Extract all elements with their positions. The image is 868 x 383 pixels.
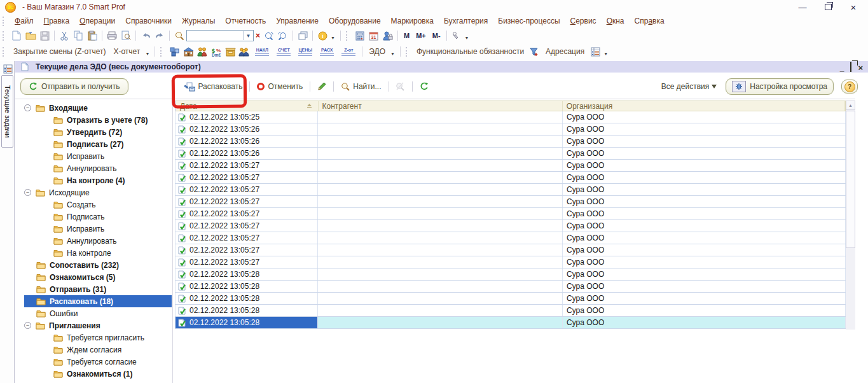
print-icon[interactable] [105,29,119,42]
tree-item[interactable]: Аннулировать [24,162,172,174]
cell-organization[interactable]: Сура ООО [563,208,846,219]
menu-item[interactable]: Управление [271,15,324,27]
cell-organization[interactable]: Сура ООО [563,172,846,183]
table-row[interactable]: 02.12.2022 13:05:26Сура ООО [175,148,846,160]
invoice-note-icon[interactable]: НАКЛ [252,48,272,56]
memory-minus-button[interactable]: M- [429,32,444,39]
table-row[interactable]: 02.12.2022 13:05:27Сура ООО [175,172,846,184]
table-row[interactable]: 02.12.2022 13:05:27Сура ООО [175,232,846,244]
tree-expander-icon[interactable]: − [24,189,31,196]
search-combobox[interactable]: ▼ [186,30,254,41]
user-permissions-icon[interactable] [381,29,395,42]
tree-item[interactable]: Подписать [24,211,172,223]
cell-organization[interactable]: Сура ООО [563,268,846,280]
tree-expander-icon[interactable]: − [24,104,31,111]
tree-item[interactable]: Аннулировать [24,235,172,247]
column-header-counterparty[interactable]: Контрагент [319,101,563,111]
table-row[interactable]: 02.12.2022 13:05:25Сура ООО [175,111,846,123]
table-vertical-scrollbar[interactable]: ▲ [846,101,855,330]
menu-item[interactable]: Файл [10,15,39,27]
service-settings-icon[interactable] [450,29,464,42]
cell-organization[interactable]: Сура ООО [563,148,846,159]
restore-icon[interactable] [823,3,832,11]
cell-counterparty[interactable] [318,256,563,268]
find-previous-icon[interactable] [276,29,290,42]
all-actions-button[interactable]: Все действия [661,82,717,91]
cell-date[interactable]: 02.12.2022 13:05:27 [175,232,318,244]
addressing-dropdown-icon[interactable]: ▼ [603,52,608,56]
tree-item[interactable]: Отразить в учете (78) [24,114,172,126]
account-icon[interactable]: СЧЕТ [274,48,293,56]
window-list-icon[interactable] [296,29,310,42]
table-row[interactable]: 02.12.2022 13:05:28Сура ООО [175,281,846,293]
cell-organization[interactable]: Сура ООО [563,184,846,195]
cell-counterparty[interactable] [318,220,563,232]
table-row[interactable]: 02.12.2022 13:05:27Сура ООО [175,184,846,196]
calendar-icon[interactable]: 31 [367,29,381,42]
view-settings-button[interactable]: Настройка просмотра [726,78,834,95]
expense-icon[interactable]: РАСХ [317,48,336,56]
cell-counterparty[interactable] [318,317,563,328]
staff-group-icon[interactable] [237,45,251,58]
tree-item[interactable]: На контроле [24,247,172,259]
table-row[interactable]: 02.12.2022 13:05:26Сура ООО [175,136,846,148]
child-restore-icon[interactable] [850,62,851,71]
refresh-list-icon[interactable] [417,80,431,93]
cell-organization[interactable]: Сура ООО [563,305,846,316]
memory-plus-button[interactable]: M+ [413,32,429,39]
cell-counterparty[interactable] [318,172,563,183]
cell-date[interactable]: 02.12.2022 13:05:27 [175,196,318,207]
help-button[interactable]: ? [841,80,858,94]
cell-date[interactable]: 02.12.2022 13:05:27 [175,208,318,219]
archive-box-icon[interactable] [223,45,237,58]
cell-organization[interactable]: Сура ООО [563,232,846,244]
redo-icon[interactable] [153,29,167,42]
table-row[interactable]: 02.12.2022 13:05:26Сура ООО [175,123,846,136]
scrollbar-thumb[interactable] [846,111,855,248]
search-icon[interactable] [172,29,186,42]
menu-item[interactable]: Отчетность [220,15,271,27]
x-report-button[interactable]: Х-отчет [109,47,144,56]
menu-item[interactable]: Правка [39,15,75,27]
table-row[interactable]: 02.12.2022 13:05:27Сура ООО [175,220,846,232]
tree-item[interactable]: Сопоставить (232) [24,259,172,271]
close-shift-button[interactable]: Закрытие смены (Z-отчет) [10,47,109,56]
cell-counterparty[interactable] [318,244,563,256]
table-row[interactable]: 02.12.2022 13:05:28Сура ООО [175,305,846,317]
cell-counterparty[interactable] [318,123,563,135]
cell-counterparty[interactable] [318,293,563,304]
edit-pencil-icon[interactable] [315,80,329,93]
cell-date[interactable]: 02.12.2022 13:05:27 [175,160,318,171]
open-icon[interactable] [24,29,38,42]
clear-search-icon[interactable]: × [256,31,260,40]
cell-counterparty[interactable] [318,268,563,280]
tree-item[interactable]: Требуется пригласить [24,331,172,344]
cell-organization[interactable]: Сура ООО [563,256,846,268]
tree-item[interactable]: Подписать (27) [24,138,172,150]
edo-button[interactable]: ЭДО [365,47,389,56]
cell-organization[interactable]: Сура ООО [563,317,846,328]
tree-item[interactable]: Требуется согласие [24,356,172,368]
cell-organization[interactable]: Сура ООО [563,136,846,147]
save-icon[interactable] [38,29,52,42]
child-close-icon[interactable]: × [858,65,863,71]
table-row[interactable]: 02.12.2022 13:05:28Сура ООО [175,317,846,329]
cell-date[interactable]: 02.12.2022 13:05:28 [175,281,318,292]
partners-icon[interactable] [195,45,209,58]
reports-dropdown-icon[interactable]: ▼ [145,52,149,56]
table-row[interactable]: 02.12.2022 13:05:28Сура ООО [175,268,846,281]
table-row[interactable]: 02.12.2022 13:05:27Сура ООО [175,208,846,220]
calculator-icon[interactable] [353,29,367,42]
cell-date[interactable]: 02.12.2022 13:05:27 [175,244,318,256]
cell-counterparty[interactable] [318,184,563,195]
menu-item[interactable]: Маркировка [386,15,439,27]
menu-item[interactable]: Операции [74,15,120,27]
info-icon[interactable]: i [315,29,329,42]
cell-date[interactable]: 02.12.2022 13:05:27 [175,220,318,232]
tree-item[interactable]: Ждем согласия [24,344,172,356]
tree-item[interactable]: −Входящие [24,102,172,114]
table-row[interactable]: 02.12.2022 13:05:27Сура ООО [175,244,846,256]
table-row[interactable]: 02.12.2022 13:05:28Сура ООО [175,293,846,305]
cell-counterparty[interactable] [318,136,563,147]
menu-item[interactable]: Справочники [120,15,177,27]
